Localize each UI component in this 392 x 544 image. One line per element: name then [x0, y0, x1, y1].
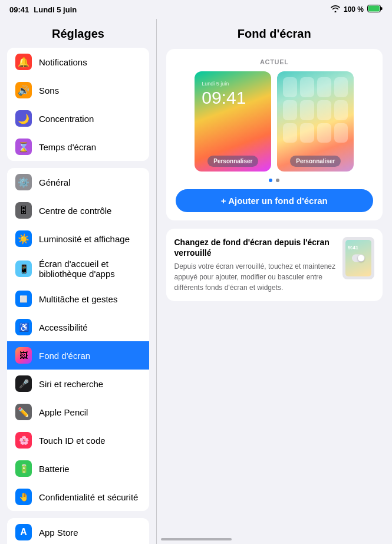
wifi-icon	[331, 5, 340, 14]
fond-ecran-icon: 🖼	[15, 347, 32, 364]
status-time: 09:41	[9, 5, 29, 14]
app-store-label: App Store	[39, 527, 78, 538]
sidebar-item-ecran-accueil[interactable]: 📱 Écran d'accueil et bibliothèque d'apps	[7, 253, 149, 285]
sidebar-item-siri[interactable]: 🎤 Siri et recherche	[7, 370, 149, 398]
sidebar-section-3: A App Store 💳 Cartes et Apple Pay	[7, 518, 149, 544]
centre-controle-label: Centre de contrôle	[39, 206, 111, 216]
sidebar-section-2: ⚙️ Général 🎛 Centre de contrôle ☀️ Lumin…	[7, 168, 149, 511]
temps-ecran-icon: ⌛	[15, 139, 32, 155]
touch-id-icon: 🌸	[15, 432, 32, 449]
sidebar-item-general[interactable]: ⚙️ Général	[7, 168, 149, 196]
multitache-label: Multitâche et gestes	[39, 294, 117, 304]
thumb-screen: 9:41	[345, 240, 371, 276]
sidebar-item-notifications[interactable]: 🔔 Notifications	[7, 48, 149, 76]
dots-indicator	[176, 179, 374, 182]
add-wallpaper-button[interactable]: + Ajouter un fond d'écran	[176, 189, 374, 212]
sidebar-item-fond-ecran[interactable]: 🖼 Fond d'écran	[7, 341, 149, 370]
thumb-toggle	[352, 255, 365, 262]
batterie-icon: 🔋	[15, 460, 32, 477]
sidebar: Réglages 🔔 Notifications 🔊 Sons 🌙 Concen…	[0, 19, 156, 544]
svg-rect-2	[381, 7, 383, 10]
content-title: Fond d'écran	[166, 25, 383, 49]
concentration-label: Concentration	[39, 114, 94, 124]
app-store-icon: A	[15, 524, 32, 540]
actuel-label: ACTUEL	[176, 58, 374, 65]
status-bar: 09:41 Lundi 5 juin 100 %	[0, 0, 392, 19]
wallpaper-previews: Lundi 5 juin 09:41 Personnaliser	[176, 71, 374, 172]
temps-ecran-label: Temps d'écran	[39, 142, 96, 152]
siri-label: Siri et recherche	[39, 379, 103, 389]
lock-screen-preview[interactable]: Lundi 5 juin 09:41 Personnaliser	[195, 71, 271, 172]
centre-controle-icon: 🎛	[15, 202, 32, 219]
luminosite-label: Luminosité et affichage	[39, 234, 130, 244]
sidebar-item-app-store[interactable]: A App Store	[7, 518, 149, 544]
info-text-block: Changez de fond d'écran depuis l'écran v…	[174, 237, 336, 293]
main-container: Réglages 🔔 Notifications 🔊 Sons 🌙 Concen…	[0, 19, 392, 544]
wallpaper-card: ACTUEL Lundi 5 juin 09:41 Personnaliser	[166, 49, 383, 220]
general-icon: ⚙️	[15, 174, 32, 190]
ecran-accueil-icon: 📱	[15, 261, 32, 277]
sidebar-section-1: 🔔 Notifications 🔊 Sons 🌙 Concentration ⌛…	[7, 48, 149, 161]
sidebar-item-sons[interactable]: 🔊 Sons	[7, 76, 149, 104]
batterie-label: Batterie	[39, 464, 70, 474]
ecran-accueil-label: Écran d'accueil et bibliothèque d'apps	[39, 259, 141, 279]
sidebar-item-concentration[interactable]: 🌙 Concentration	[7, 104, 149, 133]
svg-rect-1	[368, 6, 380, 12]
home-indicator	[161, 538, 232, 540]
fond-ecran-label: Fond d'écran	[39, 351, 90, 361]
battery-icon	[367, 5, 383, 14]
concentration-icon: 🌙	[15, 110, 32, 127]
siri-icon: 🎤	[15, 375, 32, 392]
info-card-description: Depuis votre écran verrouillé, touchez e…	[174, 261, 336, 293]
status-date: Lundi 5 juin	[34, 5, 77, 14]
dot-1	[269, 179, 272, 182]
content-area: Fond d'écran ACTUEL Lundi 5 juin 09:41 P…	[157, 19, 393, 544]
sidebar-item-centre-controle[interactable]: 🎛 Centre de contrôle	[7, 196, 149, 225]
thumb-time: 9:41	[348, 245, 358, 250]
luminosite-icon: ☀️	[15, 230, 32, 247]
dot-2	[276, 179, 279, 182]
sons-icon: 🔊	[15, 82, 32, 98]
battery-label: 100 %	[344, 5, 364, 14]
sidebar-item-luminosite[interactable]: ☀️ Luminosité et affichage	[7, 225, 149, 253]
touch-id-label: Touch ID et code	[39, 436, 106, 446]
lock-personalize-btn[interactable]: Personnaliser	[207, 156, 258, 167]
notifications-icon: 🔔	[15, 54, 32, 70]
info-card: Changez de fond d'écran depuis l'écran v…	[166, 229, 383, 301]
status-bar-left: 09:41 Lundi 5 juin	[9, 5, 77, 14]
sidebar-item-multitache[interactable]: ⬜ Multitâche et gestes	[7, 285, 149, 313]
accessibilite-icon: ♿	[15, 319, 32, 335]
status-bar-right: 100 %	[331, 5, 383, 14]
general-label: Général	[39, 177, 70, 187]
info-card-title: Changez de fond d'écran depuis l'écran v…	[174, 237, 336, 258]
lock-screen-time: 09:41	[202, 88, 246, 108]
accessibilite-label: Accessibilité	[39, 322, 88, 332]
home-screen-preview[interactable]: Personnaliser	[277, 71, 354, 172]
multitache-icon: ⬜	[15, 291, 32, 307]
sidebar-item-touch-id[interactable]: 🌸 Touch ID et code	[7, 426, 149, 454]
sidebar-item-apple-pencil[interactable]: ✏️ Apple Pencil	[7, 398, 149, 426]
apple-pencil-label: Apple Pencil	[39, 407, 88, 417]
apple-pencil-icon: ✏️	[15, 404, 32, 420]
info-preview-thumb: 9:41	[342, 237, 374, 279]
sidebar-item-batterie[interactable]: 🔋 Batterie	[7, 454, 149, 483]
sidebar-item-confidentialite[interactable]: 🤚 Confidentialité et sécurité	[7, 483, 149, 511]
sidebar-title: Réglages	[0, 25, 156, 48]
confidentialite-icon: 🤚	[15, 489, 32, 505]
confidentialite-label: Confidentialité et sécurité	[39, 492, 138, 502]
home-personalize-btn[interactable]: Personnaliser	[290, 156, 341, 167]
sidebar-item-accessibilite[interactable]: ♿ Accessibilité	[7, 313, 149, 341]
notifications-label: Notifications	[39, 57, 87, 67]
sons-label: Sons	[39, 85, 59, 95]
sidebar-item-temps-ecran[interactable]: ⌛ Temps d'écran	[7, 133, 149, 161]
